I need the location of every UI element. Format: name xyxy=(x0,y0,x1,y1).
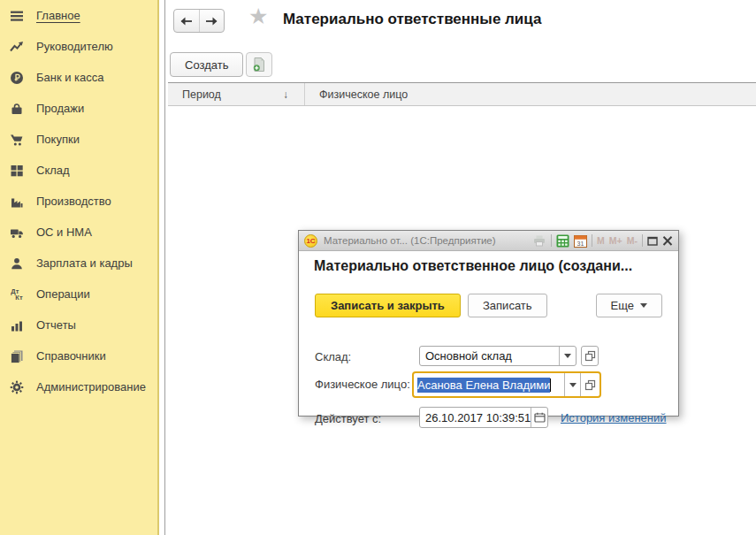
sidebar-item-fixed-assets[interactable]: ОС и НМА xyxy=(0,217,157,248)
chevron-down-icon xyxy=(640,303,647,308)
close-icon[interactable] xyxy=(662,236,673,246)
sidebar-item-label: Администрирование xyxy=(36,380,146,394)
effective-from-field[interactable]: 26.10.2017 10:39:51 xyxy=(419,407,548,428)
ruble-icon xyxy=(8,71,26,85)
text-cursor xyxy=(550,378,551,392)
calculator-icon[interactable] xyxy=(556,234,569,248)
chevron-down-icon xyxy=(569,383,577,387)
create-button-label: Создать xyxy=(185,58,228,72)
sidebar-item-label: Производство xyxy=(36,195,111,208)
factory-icon xyxy=(8,195,26,209)
history-of-changes-link[interactable]: История изменений xyxy=(561,411,667,424)
sidebar-item-operations[interactable]: ДтКт Операции xyxy=(0,279,157,310)
sidebar-divider xyxy=(164,0,165,535)
warehouse-value: Основной склад xyxy=(420,349,559,363)
person-dropdown-button[interactable] xyxy=(564,373,580,396)
back-button[interactable] xyxy=(174,10,200,32)
memory-m-button[interactable]: M xyxy=(597,235,605,246)
person-open-button[interactable] xyxy=(580,373,599,396)
sidebar-item-label: Справочники xyxy=(36,349,106,363)
sort-desc-icon: ↓ xyxy=(283,88,288,101)
print-icon[interactable] xyxy=(532,234,546,247)
grid-icon xyxy=(8,164,26,178)
back-arrow-icon xyxy=(179,16,193,27)
maximize-icon[interactable] xyxy=(647,236,658,246)
sidebar-item-manager[interactable]: Руководителю xyxy=(0,31,157,62)
effective-from-label: Действует с: xyxy=(315,412,381,425)
person-field[interactable]: Асанова Елена Владимир xyxy=(412,371,601,398)
memory-mplus-button[interactable]: M+ xyxy=(609,235,622,246)
favorite-star-icon[interactable]: ★ xyxy=(248,5,268,27)
date-picker-button[interactable] xyxy=(531,408,547,427)
svg-text:31: 31 xyxy=(577,240,584,246)
sidebar-item-label: ОС и НМА xyxy=(36,225,92,239)
truck-icon xyxy=(8,225,26,240)
forward-button[interactable] xyxy=(200,10,225,32)
calendar-icon[interactable]: 31 xyxy=(574,234,587,248)
column-header-period[interactable]: Период ↓ xyxy=(168,83,305,105)
warehouse-field[interactable]: Основной склад xyxy=(419,346,577,366)
calendar-small-icon xyxy=(534,412,546,423)
open-item-icon xyxy=(584,379,596,391)
dialog-titlebar[interactable]: 1С Материально от... (1С:Предприятие) 31… xyxy=(299,231,678,251)
sidebar: Главное Руководителю Банк и касса Продаж… xyxy=(0,0,159,535)
dtkt-icon: ДтКт xyxy=(8,288,26,301)
page-title: Материально ответственные лица xyxy=(283,11,541,28)
trend-icon xyxy=(8,40,26,54)
dialog-body: Материально ответственное лицо (создани.… xyxy=(299,251,678,417)
list-table-header: Период ↓ Физическое лицо xyxy=(168,82,756,106)
copy-document-icon xyxy=(251,57,267,73)
chevron-down-icon xyxy=(564,354,571,358)
record-dialog-window: 1С Материально от... (1С:Предприятие) 31… xyxy=(298,230,679,417)
sidebar-item-label: Продажи xyxy=(36,102,84,115)
person-icon xyxy=(8,256,26,271)
sidebar-item-bank-cash[interactable]: Банк и касса xyxy=(0,62,157,93)
save-button[interactable]: Записать xyxy=(468,294,547,317)
sidebar-item-purchases[interactable]: Покупки xyxy=(0,124,157,155)
sidebar-item-warehouse[interactable]: Склад xyxy=(0,155,157,186)
save-and-close-button[interactable]: Записать и закрыть xyxy=(315,294,461,317)
cart-icon xyxy=(8,133,26,147)
column-label: Физическое лицо xyxy=(319,88,408,101)
sidebar-item-administration[interactable]: Администрирование xyxy=(0,371,157,402)
sidebar-item-sales[interactable]: Продажи xyxy=(0,93,157,124)
titlebar-separator xyxy=(551,234,552,247)
memory-mminus-button[interactable]: M- xyxy=(627,235,638,246)
history-nav-group xyxy=(173,9,225,33)
person-label: Физическое лицо: xyxy=(315,378,410,391)
titlebar-separator xyxy=(592,234,592,247)
column-header-person[interactable]: Физическое лицо xyxy=(305,83,756,105)
books-icon xyxy=(8,349,26,363)
sidebar-item-payroll-hr[interactable]: Зарплата и кадры xyxy=(0,248,157,279)
sidebar-item-label: Зарплата и кадры xyxy=(36,256,133,270)
effective-from-value: 26.10.2017 10:39:51 xyxy=(420,411,531,424)
1c-logo-icon: 1С xyxy=(304,234,317,248)
sidebar-item-reports[interactable]: Отчеты xyxy=(0,310,157,340)
more-label: Еще xyxy=(611,299,634,312)
column-label: Период xyxy=(182,88,221,101)
app-window: Главное Руководителю Банк и касса Продаж… xyxy=(0,0,756,535)
dialog-heading: Материально ответственное лицо (создани.… xyxy=(314,258,632,274)
open-item-icon xyxy=(584,350,596,362)
sidebar-item-production[interactable]: Производство xyxy=(0,186,157,217)
dialog-window-title: Материально от... (1С:Предприятие) xyxy=(324,235,528,246)
gear-icon xyxy=(8,380,26,394)
person-value-selected: Асанова Елена Владимир xyxy=(417,378,550,393)
sidebar-item-main[interactable]: Главное xyxy=(0,0,157,31)
menu-icon xyxy=(8,9,26,23)
titlebar-separator xyxy=(642,234,643,247)
create-button[interactable]: Создать xyxy=(170,52,243,77)
chart-icon xyxy=(8,318,26,332)
sidebar-item-label: Главное xyxy=(36,9,80,22)
save-label: Записать xyxy=(483,299,532,312)
create-by-copy-button[interactable] xyxy=(246,52,272,77)
sidebar-item-directories[interactable]: Справочники xyxy=(0,340,157,371)
sidebar-item-label: Руководителю xyxy=(36,40,113,53)
sidebar-item-label: Покупки xyxy=(36,133,80,146)
warehouse-dropdown-button[interactable] xyxy=(559,347,576,365)
more-button[interactable]: Еще xyxy=(596,294,662,317)
warehouse-label: Склад: xyxy=(315,350,351,363)
warehouse-open-button[interactable] xyxy=(581,346,599,366)
sidebar-item-label: Отчеты xyxy=(36,318,76,332)
save-and-close-label: Записать и закрыть xyxy=(331,299,445,312)
